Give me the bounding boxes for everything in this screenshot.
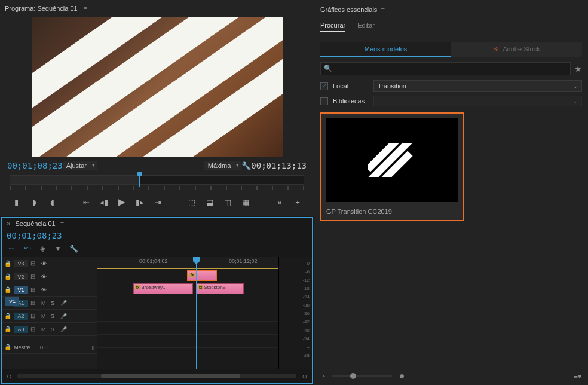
- extract-icon[interactable]: ⬓: [204, 197, 215, 207]
- track-label-v2[interactable]: V2: [14, 273, 28, 280]
- solo-button[interactable]: S: [51, 313, 58, 319]
- mute-button[interactable]: M: [41, 326, 48, 332]
- template-item-selected[interactable]: GP Transition CC2019: [320, 112, 464, 221]
- track-header-a2[interactable]: 🔒 A2 ⊟ M S 🎤: [2, 310, 97, 323]
- local-checkbox[interactable]: [320, 82, 328, 90]
- eg-menu-icon[interactable]: ≡: [381, 6, 384, 13]
- marker-tool-icon[interactable]: ◈: [38, 244, 47, 253]
- export-frame-icon[interactable]: ◫: [222, 197, 233, 207]
- track-header-v3[interactable]: 🔒 V3 ⊟ 👁: [2, 257, 97, 270]
- lift-icon[interactable]: ⬚: [186, 197, 197, 207]
- track-lane-a1[interactable]: [97, 308, 278, 322]
- timeline-ruler[interactable]: 00;01;04;02 00;01;12;02: [97, 257, 278, 269]
- voice-icon[interactable]: 🎤: [60, 300, 67, 306]
- track-lane-v3[interactable]: fx: [97, 269, 278, 282]
- tab-edit[interactable]: Editar: [357, 22, 375, 32]
- clip-stockton[interactable]: fxStocktonS: [196, 283, 244, 294]
- voice-icon[interactable]: 🎤: [60, 313, 67, 319]
- zoom-in-dot-icon[interactable]: ●: [399, 371, 405, 381]
- eye-icon[interactable]: 👁: [41, 287, 50, 293]
- libraries-dropdown[interactable]: ⌄: [373, 96, 582, 106]
- play-button[interactable]: ▶: [117, 197, 127, 207]
- go-to-out-icon[interactable]: ⇥: [152, 197, 163, 207]
- category-dropdown[interactable]: Transition ⌄: [373, 80, 582, 92]
- eye-icon[interactable]: 👁: [41, 261, 50, 267]
- lock-icon[interactable]: 🔒: [4, 344, 11, 350]
- timeline-wrench-icon[interactable]: 🔧: [69, 244, 78, 253]
- sync-lock-icon[interactable]: ⊟: [30, 260, 39, 267]
- panel-menu-icon[interactable]: ≡: [84, 5, 87, 12]
- settings-wrench-icon[interactable]: 🔧: [241, 161, 251, 170]
- sort-icon[interactable]: ≡▾: [573, 372, 582, 381]
- clip-broadway[interactable]: fxBroadway1: [133, 283, 193, 294]
- in-point-icon[interactable]: ◗: [29, 197, 39, 207]
- marker-icon[interactable]: ▮: [11, 197, 22, 207]
- program-scrubber[interactable]: [10, 175, 304, 185]
- fit-dropdown[interactable]: Ajustar: [63, 161, 97, 170]
- go-to-in-icon[interactable]: ⇤: [81, 197, 91, 207]
- sync-lock-icon[interactable]: ⊟: [30, 313, 39, 319]
- step-forward-icon[interactable]: ▮▸: [134, 197, 145, 207]
- current-timecode[interactable]: 00;01;08;23: [7, 161, 63, 170]
- thumbnail-size-slider[interactable]: [332, 375, 392, 377]
- program-monitor-viewport[interactable]: [32, 17, 283, 157]
- lock-icon[interactable]: 🔒: [4, 313, 11, 319]
- solo-button[interactable]: S: [51, 326, 58, 332]
- tab-browse[interactable]: Procurar: [320, 22, 345, 32]
- timeline-zoom-scrollbar[interactable]: [17, 374, 296, 378]
- step-back-icon[interactable]: ◂▮: [99, 197, 109, 207]
- zoom-out-dot-icon[interactable]: •: [323, 372, 325, 380]
- timeline-zoom-in-icon[interactable]: ○: [302, 371, 307, 381]
- track-label-a2[interactable]: A2: [14, 313, 28, 320]
- track-lane-a3[interactable]: [97, 335, 278, 348]
- snap-icon[interactable]: ⥊: [7, 244, 16, 253]
- sync-lock-icon[interactable]: ⊟: [30, 300, 39, 306]
- v1-source-patch[interactable]: V1: [5, 297, 19, 306]
- lock-icon[interactable]: 🔒: [4, 273, 11, 280]
- track-label-v3[interactable]: V3: [14, 260, 28, 267]
- sequence-tab-title[interactable]: Sequência 01: [15, 220, 55, 227]
- lock-icon[interactable]: 🔒: [4, 286, 11, 293]
- out-point-icon[interactable]: ◖: [47, 197, 57, 207]
- track-label-v1[interactable]: V1: [14, 286, 28, 294]
- favorites-star-icon[interactable]: ★: [574, 64, 582, 74]
- timeline-menu-icon[interactable]: ≡: [60, 220, 64, 227]
- quality-dropdown[interactable]: Máxima: [204, 161, 242, 170]
- sync-lock-icon[interactable]: ⊟: [30, 273, 39, 280]
- subtab-adobe-stock[interactable]: St Adobe Stock: [451, 42, 582, 57]
- libraries-checkbox[interactable]: [320, 97, 328, 105]
- lock-icon[interactable]: 🔒: [4, 260, 11, 267]
- track-lane-a2[interactable]: [97, 322, 278, 335]
- timeline-zoom-out-icon[interactable]: ○: [7, 371, 11, 381]
- master-value[interactable]: 0,0: [40, 344, 48, 350]
- lock-icon[interactable]: 🔒: [4, 326, 11, 332]
- track-lane-v1[interactable]: [97, 295, 278, 308]
- track-lane-v2[interactable]: fxBroadway1 fxStocktonS: [97, 282, 278, 295]
- add-button-icon[interactable]: +: [292, 197, 303, 207]
- comparison-icon[interactable]: ▦: [240, 197, 251, 207]
- subtab-my-templates[interactable]: Meus modelos: [320, 42, 451, 57]
- close-tab-icon[interactable]: ×: [7, 220, 10, 227]
- track-header-v1[interactable]: 🔒 V1 ⊟ 👁: [2, 283, 97, 297]
- voice-icon[interactable]: 🎤: [60, 326, 67, 332]
- sync-lock-icon[interactable]: ⊟: [30, 326, 39, 332]
- linked-selection-icon[interactable]: ⬿: [22, 244, 32, 253]
- audio-meters: 0 -6 -12 -18 -24 -30 -36 -42 -48 -54 -- …: [278, 257, 312, 369]
- timeline-tracks-area[interactable]: 00;01;04;02 00;01;12;02 fx fxBroadway1 f…: [97, 257, 278, 369]
- search-input[interactable]: [320, 62, 571, 75]
- master-meter-icon[interactable]: ⫼: [90, 344, 95, 350]
- playhead[interactable]: [196, 257, 197, 369]
- sync-lock-icon[interactable]: ⊟: [30, 286, 39, 293]
- eye-icon[interactable]: 👁: [41, 274, 50, 280]
- solo-button[interactable]: S: [51, 300, 58, 306]
- clip-transition[interactable]: fx: [187, 270, 217, 281]
- mute-button[interactable]: M: [41, 313, 48, 319]
- track-header-master[interactable]: 🔒 Mestre 0,0 ⫼: [2, 341, 97, 354]
- track-header-v2[interactable]: 🔒 V2 ⊟ 👁: [2, 270, 97, 283]
- track-label-a3[interactable]: A3: [14, 326, 28, 333]
- mute-button[interactable]: M: [41, 300, 48, 306]
- timeline-timecode[interactable]: 00;01;08;23: [7, 231, 62, 240]
- track-header-a3[interactable]: 🔒 A3 ⊟ M S 🎤: [2, 323, 97, 336]
- timeline-settings-icon[interactable]: ▾: [53, 244, 63, 253]
- button-editor-icon[interactable]: »: [274, 197, 285, 207]
